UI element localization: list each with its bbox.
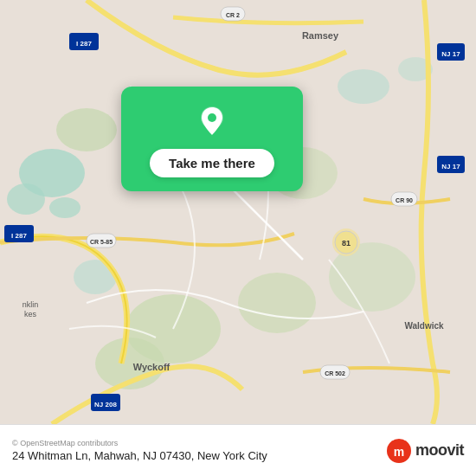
svg-text:m: m — [394, 445, 404, 459]
moovit-logo: m moovit — [386, 438, 464, 464]
location-pin-icon — [193, 102, 231, 140]
address-text: 24 Whitman Ln, Mahwah, NJ 07430, New Yor… — [12, 449, 267, 462]
svg-point-2 — [7, 183, 45, 215]
svg-text:CR 5-85: CR 5-85 — [90, 239, 113, 245]
svg-point-3 — [49, 197, 80, 218]
svg-text:CR 90: CR 90 — [396, 197, 413, 203]
svg-text:CR 502: CR 502 — [325, 370, 345, 376]
svg-point-5 — [338, 69, 389, 104]
bottom-left: © OpenStreetMap contributors 24 Whitman … — [12, 439, 267, 462]
svg-point-11 — [56, 108, 117, 151]
svg-text:NJ 208: NJ 208 — [94, 401, 117, 408]
moovit-brand-icon: m — [386, 438, 412, 464]
svg-point-8 — [238, 273, 316, 333]
svg-text:Waldwick: Waldwick — [404, 321, 444, 331]
attribution-text: © OpenStreetMap contributors — [12, 439, 267, 447]
svg-text:Ramsey: Ramsey — [302, 30, 339, 41]
map-container: I 287 I 287 NJ 17 NJ 17 NJ 208 CR 2 CR 5… — [0, 0, 476, 424]
svg-text:nklin: nklin — [23, 300, 39, 309]
take-me-there-button[interactable]: Take me there — [150, 149, 274, 177]
svg-text:I 287: I 287 — [11, 232, 27, 240]
location-card: Take me there — [121, 87, 303, 191]
bottom-bar: © OpenStreetMap contributors 24 Whitman … — [0, 424, 476, 476]
svg-text:I 287: I 287 — [76, 40, 92, 48]
svg-point-40 — [208, 113, 216, 122]
svg-text:NJ 17: NJ 17 — [441, 163, 460, 170]
svg-text:Wyckoff: Wyckoff — [133, 362, 170, 372]
svg-text:kes: kes — [24, 310, 37, 318]
moovit-brand-name: moovit — [415, 441, 464, 460]
svg-text:CR 2: CR 2 — [226, 12, 240, 18]
svg-text:NJ 17: NJ 17 — [441, 50, 460, 58]
svg-text:81: 81 — [342, 239, 351, 248]
